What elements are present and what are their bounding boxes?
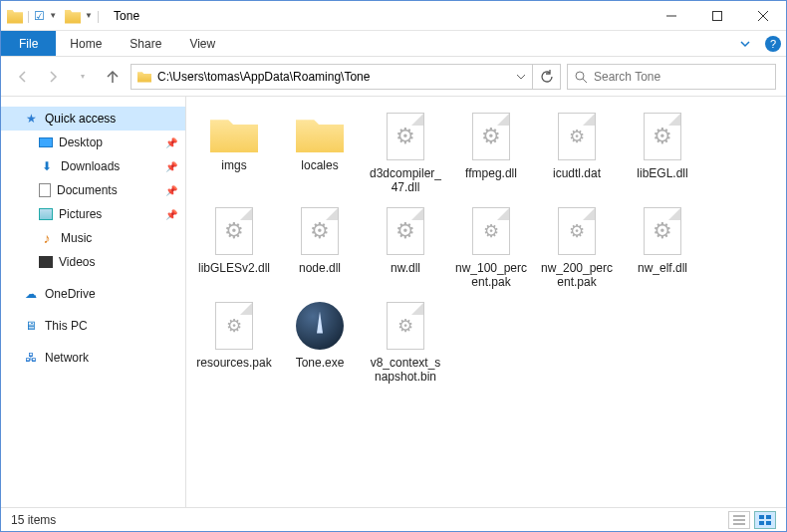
- file-item[interactable]: ⚙libGLESv2.dll: [194, 203, 274, 294]
- minimize-button[interactable]: [649, 1, 694, 31]
- file-label: resources.pak: [196, 356, 271, 370]
- file-label: Tone.exe: [296, 356, 345, 370]
- sidebar-item-label: Quick access: [45, 112, 116, 126]
- file-item[interactable]: ⚙v8_context_snapshot.bin: [366, 298, 445, 389]
- body: ★ Quick access Desktop 📌 ⬇ Downloads 📌 D…: [1, 97, 786, 507]
- network-icon: 🖧: [23, 350, 39, 366]
- file-item[interactable]: ⚙nw_100_percent.pak: [451, 203, 531, 294]
- file-label: ffmpeg.dll: [465, 166, 517, 180]
- file-item[interactable]: locales: [280, 109, 360, 199]
- file-item[interactable]: ⚙libEGL.dll: [623, 109, 702, 199]
- address-dropdown-icon[interactable]: [516, 72, 526, 82]
- folder-icon: [210, 113, 258, 152]
- sidebar-item-label: Downloads: [61, 159, 120, 173]
- nav-pane: ★ Quick access Desktop 📌 ⬇ Downloads 📌 D…: [1, 97, 186, 507]
- music-icon: ♪: [39, 230, 55, 246]
- file-icon: ⚙: [558, 207, 596, 255]
- maximize-button[interactable]: [694, 1, 740, 31]
- folder-icon: [296, 113, 344, 152]
- details-view-button[interactable]: [728, 511, 750, 529]
- sidebar-item-documents[interactable]: Documents 📌: [1, 178, 185, 202]
- cloud-icon: ☁: [23, 286, 39, 302]
- search-box[interactable]: [567, 64, 776, 90]
- ribbon-expand-icon[interactable]: [730, 31, 760, 56]
- file-label: node.dll: [299, 261, 341, 275]
- sidebar-item-onedrive[interactable]: ☁ OneDrive: [1, 282, 185, 306]
- svg-point-5: [576, 72, 584, 80]
- folder-icon: [7, 8, 23, 24]
- file-icon: ⚙: [301, 207, 339, 255]
- sidebar-item-label: Documents: [57, 183, 118, 197]
- sidebar-item-label: OneDrive: [45, 287, 96, 301]
- qat-dropdown-icon[interactable]: ▼: [49, 11, 57, 20]
- window-title: Tone: [114, 9, 139, 23]
- sidebar-item-pictures[interactable]: Pictures 📌: [1, 202, 185, 226]
- folder-icon: [65, 8, 81, 24]
- help-icon: ?: [765, 36, 781, 52]
- documents-icon: [39, 183, 51, 197]
- tab-view[interactable]: View: [175, 31, 229, 56]
- sidebar-item-this-pc[interactable]: 🖥 This PC: [1, 314, 185, 338]
- tab-home[interactable]: Home: [56, 31, 116, 56]
- svg-rect-11: [766, 515, 771, 519]
- address-box[interactable]: [131, 64, 533, 90]
- refresh-button[interactable]: [533, 64, 561, 90]
- sidebar-item-downloads[interactable]: ⬇ Downloads 📌: [1, 154, 185, 178]
- recent-locations-icon[interactable]: ▾: [71, 65, 95, 89]
- svg-rect-10: [759, 515, 764, 519]
- file-icon: ⚙: [644, 207, 681, 255]
- file-list[interactable]: imgslocales⚙d3dcompiler_47.dll⚙ffmpeg.dl…: [186, 97, 786, 507]
- file-icon: ⚙: [472, 113, 510, 160]
- pictures-icon: [39, 208, 53, 220]
- back-button[interactable]: [11, 65, 35, 89]
- up-button[interactable]: [101, 65, 125, 89]
- close-button[interactable]: [740, 1, 786, 31]
- pin-icon: 📌: [165, 137, 177, 148]
- file-menu[interactable]: File: [1, 31, 56, 56]
- file-item[interactable]: ⚙resources.pak: [194, 298, 274, 389]
- file-item[interactable]: ⚙nw.dll: [366, 203, 445, 294]
- sidebar-item-label: Videos: [59, 255, 95, 269]
- file-label: nw_200_percent.pak: [539, 261, 615, 290]
- file-item[interactable]: Tone.exe: [280, 298, 360, 389]
- file-item[interactable]: ⚙nw_200_percent.pak: [537, 203, 617, 294]
- address-input[interactable]: [157, 70, 510, 84]
- help-button[interactable]: ?: [760, 31, 786, 56]
- svg-rect-1: [713, 11, 722, 20]
- file-item[interactable]: ⚙icudtl.dat: [537, 109, 617, 199]
- qat-divider: |: [27, 9, 30, 23]
- titlebar: | ☑ ▼ ▼ | Tone: [1, 1, 786, 31]
- qat-dropdown-icon[interactable]: ▼: [85, 11, 93, 20]
- file-item[interactable]: ⚙d3dcompiler_47.dll: [366, 109, 445, 199]
- quick-access-toolbar: | ☑ ▼ ▼ |: [1, 8, 106, 24]
- address-bar: ▾: [1, 57, 786, 97]
- folder-icon: [137, 71, 151, 83]
- file-item[interactable]: ⚙ffmpeg.dll: [451, 109, 531, 199]
- sidebar-item-quick-access[interactable]: ★ Quick access: [1, 107, 185, 131]
- svg-line-6: [583, 79, 587, 83]
- sidebar-item-music[interactable]: ♪ Music: [1, 226, 185, 250]
- search-icon: [574, 70, 588, 84]
- file-icon: ⚙: [387, 113, 424, 160]
- file-item[interactable]: ⚙node.dll: [280, 203, 360, 294]
- status-bar: 15 items: [1, 507, 786, 531]
- file-label: libEGL.dll: [637, 166, 687, 180]
- file-item[interactable]: imgs: [194, 109, 274, 199]
- file-icon: ⚙: [387, 302, 424, 350]
- sidebar-item-label: Pictures: [59, 207, 102, 221]
- sidebar-item-label: This PC: [45, 319, 88, 333]
- search-input[interactable]: [594, 70, 769, 84]
- checkbox-icon[interactable]: ☑: [34, 9, 45, 23]
- exe-icon: [296, 302, 344, 350]
- sidebar-item-label: Network: [45, 351, 89, 365]
- file-item[interactable]: ⚙nw_elf.dll: [623, 203, 702, 294]
- file-icon: ⚙: [472, 207, 510, 255]
- file-icon: ⚙: [387, 207, 424, 255]
- sidebar-item-network[interactable]: 🖧 Network: [1, 346, 185, 370]
- tab-share[interactable]: Share: [116, 31, 175, 56]
- forward-button[interactable]: [41, 65, 65, 89]
- pin-icon: 📌: [165, 209, 177, 220]
- icons-view-button[interactable]: [754, 511, 776, 529]
- sidebar-item-desktop[interactable]: Desktop 📌: [1, 131, 185, 154]
- sidebar-item-videos[interactable]: Videos: [1, 250, 185, 274]
